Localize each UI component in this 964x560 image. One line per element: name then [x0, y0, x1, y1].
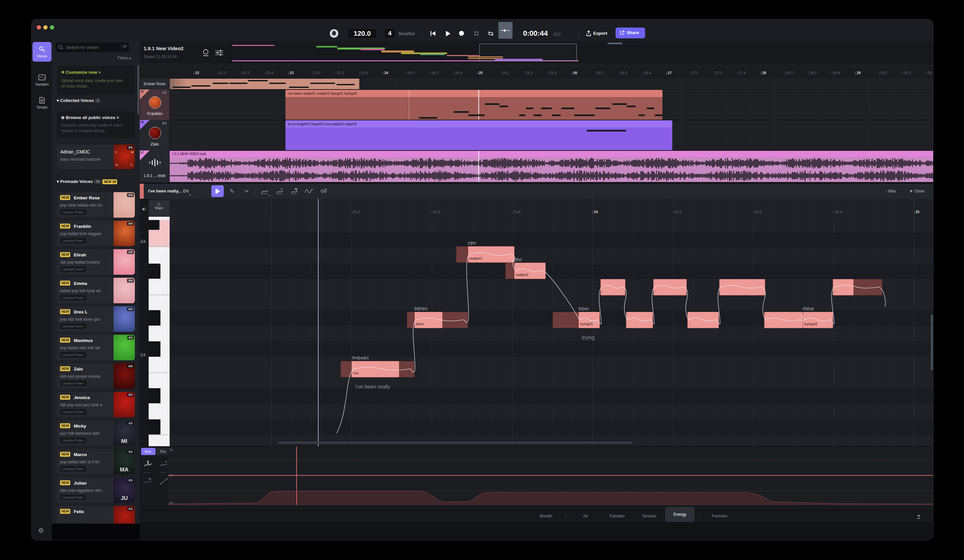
- tempo-display[interactable]: 120.0: [348, 29, 376, 38]
- piano-black-key[interactable]: [149, 264, 160, 279]
- voice-card-maximus[interactable]: NEWMaximuspop ballad latin folk latiLice…: [57, 335, 135, 360]
- rail-tab-samples[interactable]: Samples: [33, 70, 52, 90]
- voice-card-zalo[interactable]: NEWZalor&b soul gospel resonaLicense Fre…: [57, 363, 135, 389]
- voice-card-emma[interactable]: NEWEmmaballad pop folk kpop edLicense Fr…: [57, 278, 135, 303]
- window-zoom-button[interactable]: [50, 25, 54, 29]
- auto-scroll-toggle[interactable]: [498, 22, 513, 39]
- license-badge[interactable]: License Free>: [60, 295, 86, 300]
- pitch-eraser-tool-button[interactable]: [288, 185, 301, 197]
- env-tab[interactable]: Env.: [141, 448, 156, 455]
- clip-instr[interactable]: 1.9.1 NEW VIDEO-instr: [169, 151, 933, 182]
- clip-zalo[interactable]: try to forget#1 forget#2 you baby#1 baby…: [285, 120, 672, 150]
- share-button[interactable]: Share: [616, 28, 645, 38]
- note[interactable]: [626, 312, 653, 328]
- license-badge[interactable]: License Free>: [60, 266, 86, 272]
- license-badge[interactable]: License Free>: [60, 324, 86, 329]
- note[interactable]: [719, 279, 765, 295]
- piano-grid[interactable]: 23.223.323.42424.224.324.42525.2i've*[hh…: [169, 199, 933, 446]
- param-tab-breath[interactable]: Breath: [540, 514, 552, 518]
- navigator-scrollbar[interactable]: [608, 43, 622, 44]
- track-header-franklin[interactable]: 15 EN Franklin: [140, 89, 169, 120]
- scissors-tool-button[interactable]: ✂: [241, 185, 253, 197]
- track-header-zalo[interactable]: 16 EN Zalo: [140, 120, 169, 151]
- voice-card-julian[interactable]: NEWJulianlatin pop reggaeton afroLicense…: [57, 477, 135, 503]
- lyric-language-selector[interactable]: EN: [183, 189, 189, 193]
- license-badge[interactable]: License Free>: [60, 466, 86, 471]
- pitch-brush-tool-button[interactable]: [273, 185, 286, 197]
- export-button[interactable]: Export: [593, 31, 607, 36]
- license-badge[interactable]: License Free>: [60, 238, 86, 243]
- note[interactable]: [687, 312, 719, 328]
- highlighted-key[interactable]: [149, 230, 169, 247]
- note[interactable]: [352, 361, 399, 377]
- pitch-curve-tool-button[interactable]: [259, 185, 271, 197]
- project-title[interactable]: 1.9.1 New Video2: [144, 45, 183, 51]
- voice-card-jessica[interactable]: NEWJessicar&b pop soul jazz funk aLicens…: [57, 392, 135, 417]
- collapse-panel-button[interactable]: [914, 513, 923, 521]
- track-header-instr[interactable]: 17 1.9.1 ...-instr: [140, 151, 169, 182]
- param-tab-tension[interactable]: Tension: [642, 514, 656, 518]
- metronome-icon[interactable]: [329, 29, 339, 38]
- voice-card-micky[interactable]: NEWMickyjazz folk flamenco latinLicense …: [57, 420, 135, 446]
- song-navigator[interactable]: [230, 41, 933, 63]
- parameter-graph[interactable]: 2× 1× 0×: [168, 446, 933, 505]
- param-tab-formant[interactable]: Formant: [712, 514, 728, 518]
- skip-to-start-icon[interactable]: [430, 30, 437, 37]
- speaker-icon[interactable]: [142, 207, 147, 211]
- envelope-eraser-tool[interactable]: [143, 477, 153, 486]
- license-badge[interactable]: License Free>: [60, 209, 86, 215]
- param-tab-falsetto[interactable]: Falsetto: [610, 514, 624, 518]
- vertical-scrollbar[interactable]: [931, 315, 933, 370]
- note[interactable]: [764, 312, 803, 328]
- param-tab-air[interactable]: Air: [583, 514, 588, 518]
- window-minimize-button[interactable]: [43, 25, 47, 29]
- envelope-draw-tool[interactable]: [159, 460, 169, 469]
- voice-card-drex-l[interactable]: NEWDrex Lpop r&b funk blues gosLicense F…: [57, 306, 135, 332]
- clip-franklin[interactable]: i've been really#1 really#2 trying#1 try…: [285, 90, 663, 120]
- maximize-editor-button[interactable]: ↑ Max: [885, 189, 896, 193]
- navigator-view-selection[interactable]: [479, 44, 577, 61]
- play-button[interactable]: [444, 30, 451, 37]
- license-badge[interactable]: License Free>: [60, 438, 86, 443]
- pointer-tool-button[interactable]: [211, 185, 224, 197]
- line-tool[interactable]: [159, 477, 169, 486]
- loop-icon[interactable]: [487, 30, 494, 37]
- beats-display[interactable]: 4: [384, 29, 395, 38]
- piano-black-key[interactable]: [149, 388, 160, 404]
- arrangement-ruler[interactable]: 2222.222.322.42323.223.323.42424.224.324…: [140, 63, 933, 79]
- license-badge[interactable]: License Free>: [60, 409, 86, 414]
- piano-black-key[interactable]: [149, 341, 160, 357]
- clip-ember[interactable]: [169, 79, 359, 89]
- license-badge[interactable]: License Free>: [60, 495, 86, 500]
- editing-clip-title[interactable]: i've been really...: [148, 188, 182, 193]
- piano-keyboard[interactable]: [149, 217, 169, 446]
- note[interactable]: [653, 279, 687, 295]
- license-badge[interactable]: License Free>: [60, 381, 86, 386]
- highlighted-key[interactable]: [160, 220, 169, 230]
- wave-tool-button[interactable]: [303, 185, 315, 197]
- note[interactable]: [833, 279, 854, 295]
- key-signature-box[interactable]: C Major: [149, 200, 169, 216]
- piano-black-key[interactable]: [149, 220, 160, 230]
- close-editor-button[interactable]: ▼ Close: [909, 189, 924, 193]
- voice-card-ember-rose[interactable]: NEWEmber Rosepop clear ballad edm hoLice…: [57, 192, 135, 218]
- rail-tab-templs[interactable]: Templs: [33, 93, 52, 113]
- record-button[interactable]: [459, 31, 464, 36]
- pads-grid-icon[interactable]: [473, 30, 480, 37]
- voice-card-franklin[interactable]: NEWFranklinpop ballad funk reggaetLicens…: [57, 221, 135, 246]
- piano-black-key[interactable]: [149, 310, 160, 326]
- piano-black-key[interactable]: [149, 419, 160, 435]
- voice-card-marco[interactable]: NEWMarcopop ballad latin lo-fi briLicens…: [57, 449, 135, 474]
- window-close-button[interactable]: [37, 25, 41, 29]
- license-badge[interactable]: License Free>: [60, 352, 86, 357]
- param-tab-energy[interactable]: Energy: [665, 507, 695, 522]
- record-mode-icon[interactable]: [202, 49, 210, 57]
- horizontal-scrollbar[interactable]: [278, 442, 632, 444]
- vibrato-tool-button[interactable]: [318, 185, 330, 197]
- time-display[interactable]: 0:00:44: [523, 29, 548, 38]
- rail-tab-voices[interactable]: Voices: [33, 42, 52, 62]
- mixer-sliders-icon[interactable]: [215, 49, 224, 57]
- pencil-tool-button[interactable]: ✎: [226, 185, 238, 197]
- track-header-ember[interactable]: Ember Rose: [140, 78, 169, 89]
- envelope-scale-tool[interactable]: [143, 460, 153, 469]
